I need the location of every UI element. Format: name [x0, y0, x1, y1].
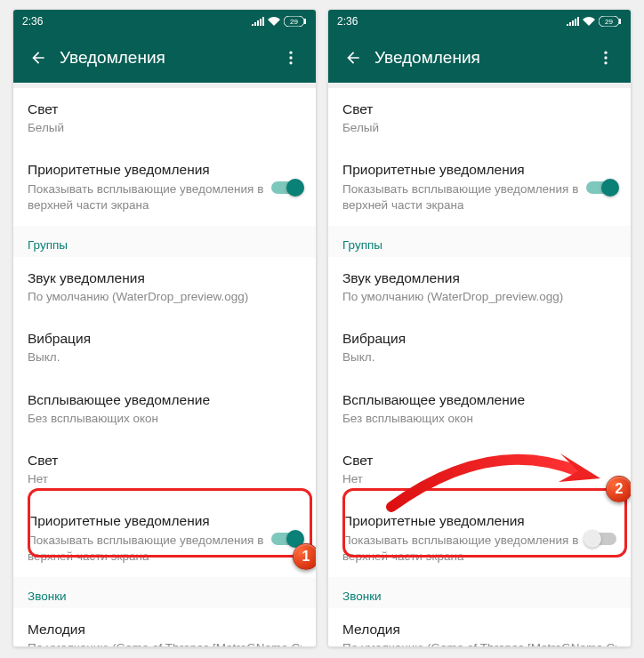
battery-icon: 29 — [284, 16, 307, 27]
setting-title: Звук уведомления — [342, 269, 616, 287]
setting-title: Всплывающее уведомление — [342, 391, 616, 409]
svg-point-4 — [289, 56, 292, 59]
setting-title: Свет — [342, 452, 616, 469]
setting-light[interactable]: Свет Белый — [13, 88, 316, 148]
setting-popup[interactable]: Всплывающее уведомление Без всплывающих … — [13, 379, 316, 439]
setting-value: Без всплывающих окон — [342, 411, 616, 427]
setting-title: Приоритетные уведомления — [342, 512, 579, 530]
section-calls: Звонки — [13, 577, 316, 608]
settings-list: Свет Белый Приоритетные уведомления Пока… — [13, 83, 316, 646]
setting-value: Белый — [28, 120, 302, 136]
wifi-icon — [268, 17, 280, 26]
back-button[interactable] — [335, 49, 371, 67]
setting-title: Мелодия — [342, 621, 616, 638]
svg-text:29: 29 — [290, 18, 298, 26]
setting-desc: Показывать всплывающие уведомления в вер… — [28, 181, 264, 213]
signal-icon — [252, 17, 264, 26]
app-bar: Уведомления — [328, 33, 631, 83]
section-calls: Звонки — [328, 577, 631, 608]
setting-light-groups[interactable]: Свет Нет — [13, 439, 316, 500]
step-badge-2: 2 — [606, 476, 632, 502]
step-badge-1: 1 — [293, 543, 317, 570]
status-time: 2:36 — [22, 15, 43, 28]
setting-value: По умолчанию (WaterDrop_preview.ogg) — [28, 289, 302, 305]
setting-title: Свет — [28, 100, 302, 118]
status-bar: 2:36 29 — [13, 10, 316, 33]
svg-rect-1 — [304, 19, 306, 24]
setting-title: Мелодия — [28, 621, 302, 638]
svg-point-5 — [289, 61, 292, 64]
setting-notification-sound[interactable]: Звук уведомления По умолчанию (WaterDrop… — [328, 257, 631, 317]
setting-priority-notifications-groups[interactable]: Приоритетные уведомления Показывать вспл… — [13, 500, 316, 577]
phone-screen-left: 2:36 29 Уведомления Свет Белый Приоритет… — [12, 9, 317, 647]
setting-vibration[interactable]: Вибрация Выкл. — [328, 317, 631, 378]
svg-text:29: 29 — [605, 18, 613, 26]
setting-light[interactable]: Свет Белый — [328, 88, 631, 148]
status-right: 29 — [252, 16, 307, 27]
svg-point-10 — [604, 56, 607, 59]
setting-vibration[interactable]: Вибрация Выкл. — [13, 317, 316, 378]
setting-notification-sound[interactable]: Звук уведомления По умолчанию (WaterDrop… — [13, 257, 316, 317]
arrow-back-icon — [344, 49, 362, 67]
more-vert-icon — [597, 49, 615, 67]
signal-icon — [567, 17, 579, 26]
more-vert-icon — [282, 49, 300, 67]
overflow-menu-button[interactable] — [273, 49, 309, 67]
setting-value: Белый — [342, 120, 616, 136]
priority-toggle[interactable] — [586, 181, 616, 194]
setting-ringtone[interactable]: Мелодия По умолчанию (Game of Thrones [M… — [328, 608, 631, 646]
setting-value: Нет — [342, 471, 616, 487]
priority-toggle-groups[interactable] — [271, 533, 302, 545]
setting-title: Всплывающее уведомление — [28, 391, 302, 409]
setting-value: Выкл. — [342, 349, 616, 365]
status-right: 29 — [567, 16, 622, 27]
setting-title: Звук уведомления — [28, 269, 302, 287]
setting-desc: Показывать всплывающие уведомления в вер… — [342, 533, 579, 565]
svg-rect-7 — [619, 19, 621, 24]
page-title: Уведомления — [56, 48, 273, 68]
setting-ringtone[interactable]: Мелодия По умолчанию (Game of Thrones [M… — [13, 608, 316, 646]
arrow-back-icon — [29, 49, 47, 67]
setting-title: Приоритетные уведомления — [28, 512, 264, 530]
status-bar: 2:36 29 — [328, 10, 631, 33]
setting-title: Вибрация — [28, 330, 302, 348]
setting-priority-notifications[interactable]: Приоритетные уведомления Показывать вспл… — [328, 148, 631, 226]
svg-point-9 — [604, 52, 607, 54]
phone-screen-right: 2:36 29 Уведомления Свет Белый Приоритет… — [327, 9, 632, 647]
svg-point-3 — [289, 52, 292, 54]
setting-title: Вибрация — [342, 330, 616, 348]
section-groups: Группы — [328, 226, 631, 257]
app-bar: Уведомления — [13, 33, 316, 83]
settings-list: Свет Белый Приоритетные уведомления Пока… — [328, 83, 631, 646]
setting-title: Свет — [342, 100, 616, 118]
overflow-menu-button[interactable] — [588, 49, 624, 67]
priority-toggle-groups[interactable] — [586, 533, 616, 545]
svg-point-11 — [604, 61, 607, 64]
priority-toggle[interactable] — [271, 181, 302, 194]
setting-light-groups[interactable]: Свет Нет — [328, 439, 631, 500]
battery-icon: 29 — [599, 16, 622, 27]
setting-value: По умолчанию (WaterDrop_preview.ogg) — [342, 289, 616, 305]
back-button[interactable] — [20, 49, 56, 67]
setting-desc: Показывать всплывающие уведомления в вер… — [342, 181, 579, 213]
setting-title: Свет — [28, 452, 302, 469]
setting-desc: Показывать всплывающие уведомления в вер… — [28, 533, 264, 565]
status-time: 2:36 — [337, 15, 358, 28]
setting-value: Без всплывающих окон — [28, 411, 302, 427]
setting-priority-notifications-groups[interactable]: Приоритетные уведомления Показывать вспл… — [328, 500, 631, 577]
setting-value: По умолчанию (Game of Thrones [MetroGNom… — [28, 640, 302, 646]
setting-popup[interactable]: Всплывающее уведомление Без всплывающих … — [328, 379, 631, 439]
setting-value: Выкл. — [28, 349, 302, 365]
section-groups: Группы — [13, 226, 316, 257]
setting-value: Нет — [28, 471, 302, 487]
setting-title: Приоритетные уведомления — [342, 161, 579, 179]
setting-title: Приоритетные уведомления — [28, 161, 264, 179]
wifi-icon — [583, 17, 595, 26]
setting-priority-notifications[interactable]: Приоритетные уведомления Показывать вспл… — [13, 148, 316, 226]
page-title: Уведомления — [371, 48, 588, 68]
setting-value: По умолчанию (Game of Thrones [MetroGNom… — [342, 640, 616, 646]
